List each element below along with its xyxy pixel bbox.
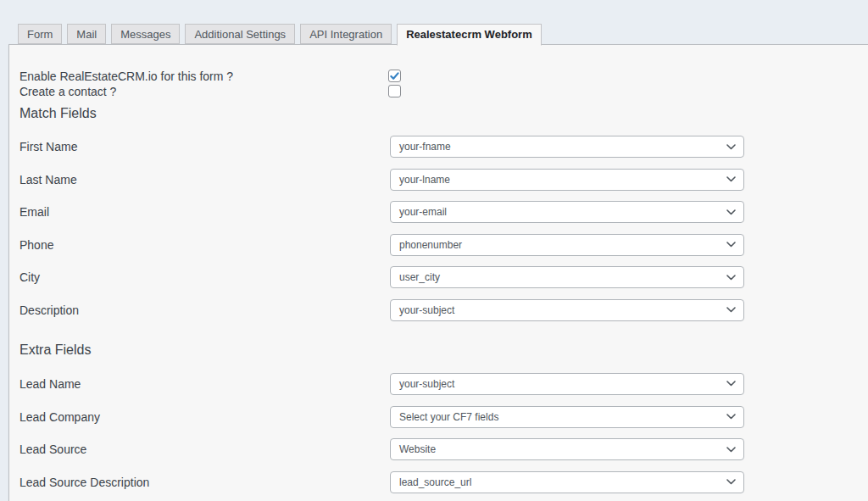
field-row-city: City user_city [19,266,868,288]
chevron-down-icon [726,307,736,313]
create-contact-checkbox[interactable] [388,85,401,97]
chevron-down-icon [726,381,736,387]
create-contact-row: Create a contact ? [19,84,868,99]
field-row-email: Email your-email [19,201,868,223]
tab-form[interactable]: Form [18,24,62,44]
phone-select[interactable]: phonenumber [390,234,744,256]
tab-mail[interactable]: Mail [67,24,106,44]
field-label: First Name [19,136,77,158]
form-editor-tab-bar: Form Mail Messages Additional Settings A… [18,24,547,46]
email-select[interactable]: your-email [390,201,744,223]
realestatecrm-webform-panel: Enable RealEstateCRM.io for this form ? … [8,44,868,501]
select-value: your-fname [399,141,451,153]
field-label: Lead Company [19,406,100,428]
tab-messages[interactable]: Messages [111,24,180,44]
field-label: Email [19,201,49,223]
field-label: Lead Source Description [19,471,149,493]
field-label: Phone [19,234,53,256]
enable-crm-row: Enable RealEstateCRM.io for this form ? [19,69,868,84]
match-fields-rows: First Name your-fname Last Name your-lna… [19,136,868,321]
chevron-down-icon [726,479,736,485]
select-value: lead_source_url [399,476,471,488]
field-label: Lead Name [19,373,81,395]
chevron-down-icon [726,414,736,420]
field-row-lead-company: Lead Company Select your CF7 fields [19,406,868,428]
last-name-select[interactable]: your-lname [390,169,744,191]
field-label: Description [19,299,79,321]
field-label: Last Name [19,169,77,191]
field-row-phone: Phone phonenumber [19,234,868,256]
enable-crm-checkbox[interactable] [388,70,401,82]
lead-source-select[interactable]: Website [390,438,744,460]
field-label: City [19,266,40,288]
checkmark-icon [390,72,399,81]
tab-api-integration[interactable]: API Integration [300,24,392,44]
field-row-lead-source: Lead Source Website [19,438,868,460]
chevron-down-icon [726,176,736,182]
city-select[interactable]: user_city [390,266,744,288]
lead-name-select[interactable]: your-subject [390,373,744,395]
field-row-first-name: First Name your-fname [19,136,868,158]
first-name-select[interactable]: your-fname [390,136,744,158]
match-fields-heading: Match Fields [19,106,868,121]
lead-company-select[interactable]: Select your CF7 fields [390,406,744,428]
chevron-down-icon [726,209,736,215]
select-value: user_city [399,271,440,283]
extra-fields-rows: Lead Name your-subject Lead Company Sele… [19,373,868,493]
lead-source-description-select[interactable]: lead_source_url [390,471,744,493]
chevron-down-icon [726,275,736,281]
chevron-down-icon [726,144,736,150]
tab-realestatecrm-webform[interactable]: Realestatecrm Webform [397,24,542,46]
field-label: Lead Source [19,438,86,460]
select-value: Select your CF7 fields [399,411,498,423]
enable-crm-label: Enable RealEstateCRM.io for this form ? [19,70,233,84]
extra-fields-heading: Extra Fields [19,342,868,358]
select-value: your-email [399,206,447,218]
description-select[interactable]: your-subject [390,299,744,321]
chevron-down-icon [726,242,736,248]
select-value: Website [399,443,436,455]
field-row-lead-name: Lead Name your-subject [19,373,868,395]
create-contact-label: Create a contact ? [19,85,116,99]
field-row-description: Description your-subject [19,299,868,321]
field-row-lead-source-description: Lead Source Description lead_source_url [19,471,868,493]
chevron-down-icon [726,447,736,453]
select-value: phonenumber [399,239,462,251]
select-value: your-subject [399,378,454,390]
field-row-last-name: Last Name your-lname [19,169,868,191]
select-value: your-subject [399,304,454,316]
tab-additional-settings[interactable]: Additional Settings [185,24,295,44]
select-value: your-lname [399,174,450,186]
